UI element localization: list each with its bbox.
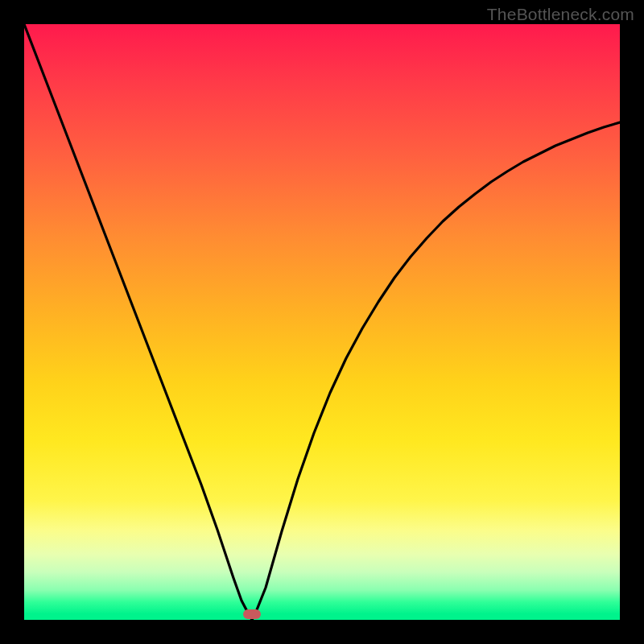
bottleneck-curve [24, 24, 620, 620]
plot-area [24, 24, 620, 620]
optimal-marker [243, 609, 261, 619]
watermark-text: TheBottleneck.com [487, 5, 634, 24]
